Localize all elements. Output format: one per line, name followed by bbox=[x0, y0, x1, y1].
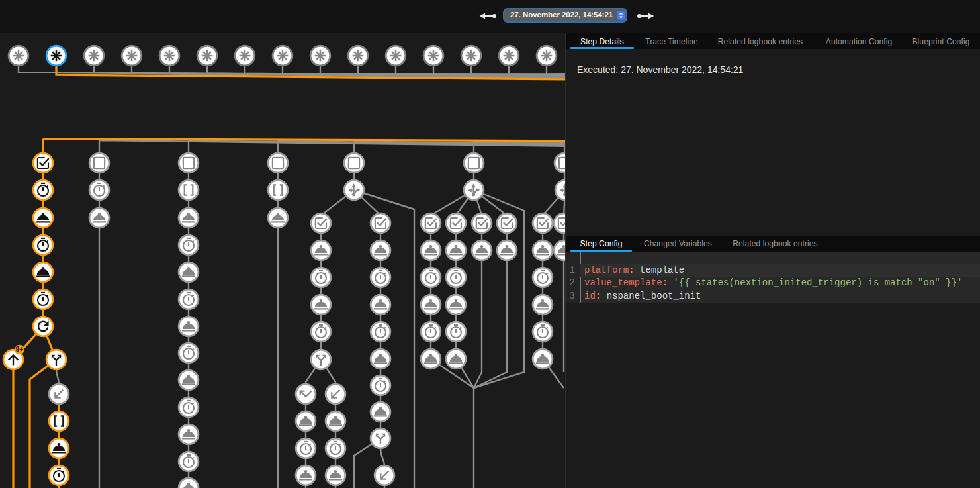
svg-text:9+: 9+ bbox=[16, 345, 24, 353]
